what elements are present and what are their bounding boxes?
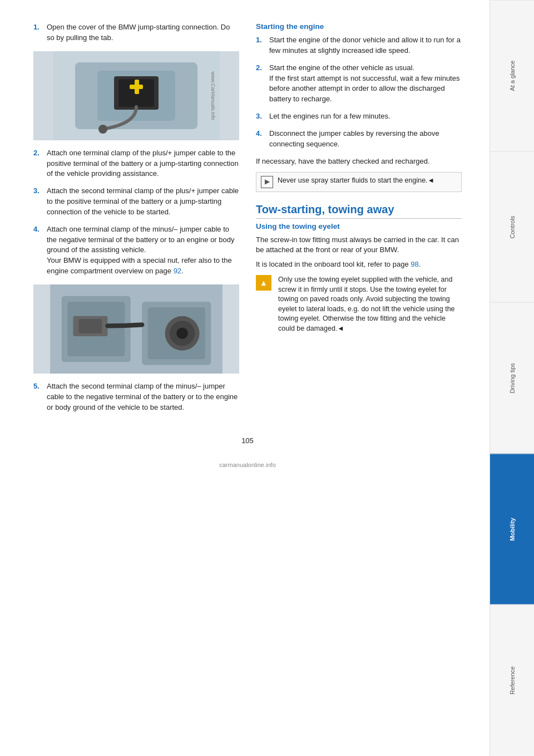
step-text-4: Attach one terminal clamp of the minus/–… [47,224,239,277]
step-number-4: 4. [33,224,42,277]
step-text-3: Attach the second terminal clamp of the … [47,186,239,218]
sidebar-tab-at-a-glance[interactable]: At a glance [490,0,534,151]
svg-point-18 [176,327,188,339]
r-step-text-4: Disconnect the jumper cables by reversin… [269,129,462,150]
svg-rect-13 [79,319,102,333]
r-step-number-2: 2. [256,63,265,105]
tow-section-title: Tow-starting, towing away [256,203,462,219]
image-jumper-cable [33,284,239,374]
starting-engine-heading: Starting the engine [256,22,462,31]
note-icon: ▶ [261,176,273,188]
svg-point-7 [98,125,107,134]
image-watermark: www.CarManuals.info [210,71,215,120]
step-2: 2. Attach one terminal clamp of the plus… [33,148,239,180]
right-sidebar: At a glance Controls Driving tips Mobili… [490,0,534,756]
step-number-5: 5. [33,381,42,413]
caution-text: Never use spray starter fluids to start … [278,176,434,186]
r-step-1: 1. Start the engine of the donor vehicle… [256,35,462,56]
step-text-2: Attach one terminal clamp of the plus/+ … [47,148,239,180]
step-4: 4. Attach one terminal clamp of the minu… [33,224,239,277]
r-step-text-1: Start the engine of the donor vehicle an… [269,35,462,56]
tow-para-2: It is located in the onboard tool kit, r… [256,259,462,269]
image-jump-start: www.CarManuals.info [33,51,239,140]
sidebar-tab-controls[interactable]: Controls [490,151,534,303]
left-column: 1. Open the cover of the BMW jump-starti… [33,22,239,420]
page-ref-98[interactable]: 98 [411,260,418,268]
right-column: Starting the engine 1. Start the engine … [256,22,462,420]
main-content: 1. Open the cover of the BMW jump-starti… [0,0,490,756]
r-step-number-1: 1. [256,35,265,56]
step-text-5: Attach the second terminal clamp of the … [47,381,239,413]
step-text-1: Open the cover of the BMW jump-starting … [47,22,239,43]
r-step-4: 4. Disconnect the jumper cables by rever… [256,129,462,150]
page-number: 105 [33,436,462,450]
r-step-number-3: 3. [256,111,265,122]
r-step-number-4: 4. [256,129,265,150]
step-number-1: 1. [33,22,42,43]
sidebar-tab-reference[interactable]: Reference [490,605,534,756]
step-number-3: 3. [33,186,42,218]
recharge-note: If necessary, have the battery checked a… [256,156,462,166]
sidebar-tab-mobility[interactable]: Mobility [490,454,534,605]
r-step-2: 2. Start the engine of the other vehicle… [256,63,462,105]
tow-para-1: The screw-in tow fitting must always be … [256,235,462,255]
caution-note-box: ▶ Never use spray starter fluids to star… [256,172,462,192]
warning-icon: ▲ [256,275,271,291]
page-ref-92[interactable]: 92 [174,267,181,275]
bottom-logo: carmanualonline.info [33,462,462,468]
svg-rect-6 [135,80,139,94]
warning-box: ▲ Only use the towing eyelet supplied wi… [256,275,462,333]
sidebar-tab-driving-tips[interactable]: Driving tips [490,302,534,454]
warning-text: Only use the towing eyelet supplied with… [278,275,462,333]
step-3: 3. Attach the second terminal clamp of t… [33,186,239,218]
step-1: 1. Open the cover of the BMW jump-starti… [33,22,239,43]
step-number-2: 2. [33,148,42,180]
step-5: 5. Attach the second terminal clamp of t… [33,381,239,413]
r-step-3: 3. Let the engines run for a few minutes… [256,111,462,122]
tow-eyelet-heading: Using the towing eyelet [256,222,462,230]
r-step-text-3: Let the engines run for a few minutes. [269,111,390,122]
r-step-text-2: Start the engine of the other vehicle as… [269,63,462,105]
